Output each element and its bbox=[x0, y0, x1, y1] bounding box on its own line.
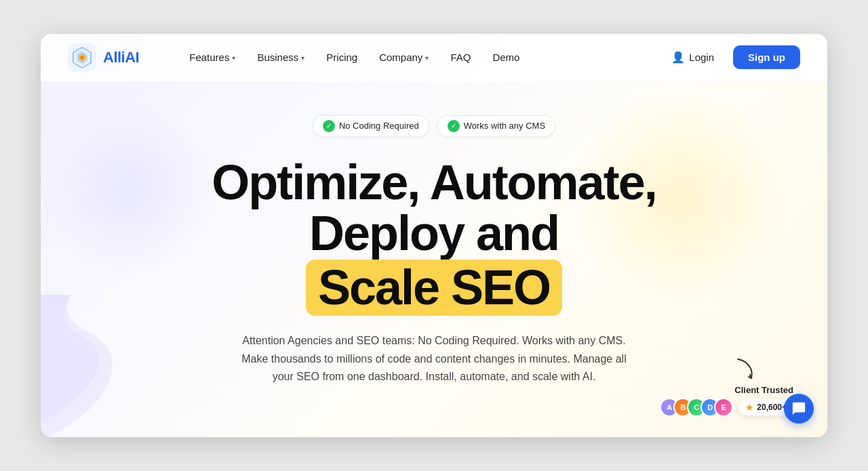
nav-company[interactable]: Company ▾ bbox=[370, 46, 438, 68]
nav-links: Features ▾ Business ▾ Pricing Company ▾ … bbox=[180, 46, 660, 68]
client-trusted-widget: Client Trusted A B C D E ★ 20,600+ bbox=[660, 355, 793, 417]
nav-demo[interactable]: Demo bbox=[483, 46, 529, 68]
hero-subtext: Attention Agencies and SEO teams: No Cod… bbox=[237, 332, 631, 386]
navbar: AlliAI Features ▾ Business ▾ Pricing Com… bbox=[41, 34, 827, 81]
badge-any-cms: ✓ Works with any CMS bbox=[437, 115, 555, 137]
rating-count: 20,600+ bbox=[757, 403, 787, 412]
user-icon: 👤 bbox=[671, 51, 685, 64]
client-avatars: A B C D E bbox=[660, 398, 733, 417]
client-row: A B C D E ★ 20,600+ bbox=[660, 398, 793, 417]
check-icon-1: ✓ bbox=[323, 120, 335, 132]
logo-link[interactable]: AlliAI bbox=[68, 43, 139, 72]
hero-badges: ✓ No Coding Required ✓ Works with any CM… bbox=[313, 115, 555, 137]
signup-button[interactable]: Sign up bbox=[733, 45, 800, 69]
features-chevron-icon: ▾ bbox=[232, 54, 235, 62]
business-chevron-icon: ▾ bbox=[301, 54, 304, 62]
logo-icon bbox=[68, 43, 96, 72]
nav-right: 👤 Login Sign up bbox=[660, 45, 800, 69]
logo-text: AlliAI bbox=[103, 49, 139, 66]
nav-business[interactable]: Business ▾ bbox=[248, 46, 314, 68]
hero-headline: Optimize, Automate, Deploy and Scale SEO bbox=[176, 157, 692, 316]
arrow-decoration bbox=[732, 355, 760, 385]
nav-features[interactable]: Features ▾ bbox=[180, 46, 245, 68]
company-chevron-icon: ▾ bbox=[425, 54, 429, 62]
chat-icon bbox=[791, 401, 806, 416]
svg-point-2 bbox=[81, 56, 84, 59]
avatar-5: E bbox=[714, 398, 733, 417]
nav-pricing[interactable]: Pricing bbox=[317, 46, 367, 68]
browser-window: AlliAI Features ▾ Business ▾ Pricing Com… bbox=[41, 34, 827, 438]
nav-faq[interactable]: FAQ bbox=[441, 46, 480, 68]
badge-no-coding: ✓ No Coding Required bbox=[313, 115, 429, 137]
headline-highlight: Scale SEO bbox=[306, 260, 562, 316]
client-label: Client Trusted bbox=[734, 385, 793, 395]
login-button[interactable]: 👤 Login bbox=[660, 45, 725, 69]
star-icon: ★ bbox=[745, 402, 754, 413]
check-icon-2: ✓ bbox=[448, 120, 460, 132]
